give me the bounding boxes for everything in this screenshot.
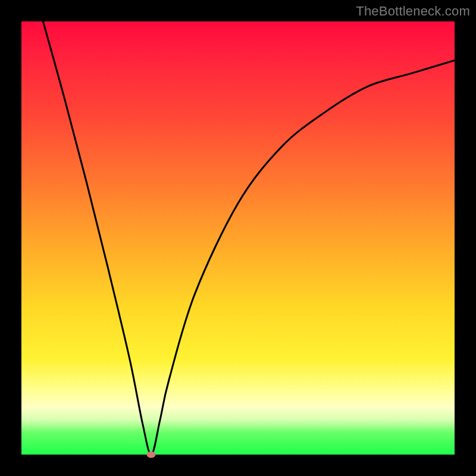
curve-svg xyxy=(21,21,455,455)
watermark-text: TheBottleneck.com xyxy=(356,4,470,19)
bottleneck-curve-path xyxy=(43,21,455,455)
optimum-marker xyxy=(147,452,156,458)
chart-frame: TheBottleneck.com xyxy=(0,0,476,476)
plot-area xyxy=(21,21,455,455)
